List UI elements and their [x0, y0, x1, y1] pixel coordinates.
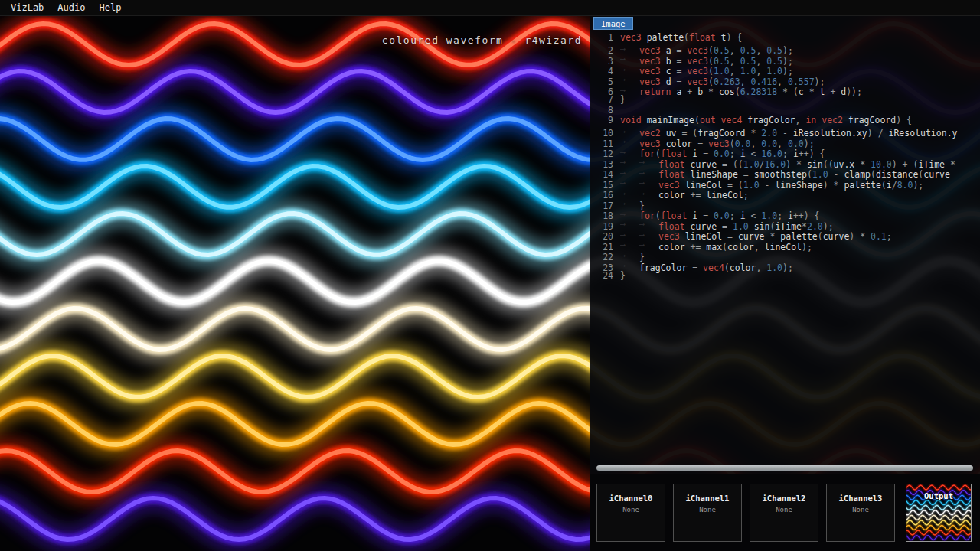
tab-indent-guide: ⟶ [620, 230, 639, 240]
menu-help[interactable]: Help [92, 2, 128, 13]
wave-8 [906, 526, 971, 530]
code-text: ⟶fragColor = vec4(color, 1.0); [620, 262, 793, 273]
tab-indent-guide: ⟶ [639, 168, 658, 178]
tab-image[interactable]: Image [593, 17, 633, 30]
output-label: Output [906, 491, 971, 500]
line-number: 7 [593, 95, 613, 106]
code-line[interactable]: 19⟶⟶float curve = 1.0-sin(iTime*2.0); [590, 219, 980, 230]
wave-3 [906, 500, 971, 505]
code-line[interactable]: 9void mainImage(out vec4 fragColor, in v… [590, 116, 980, 126]
tab-indent-guide: ⟶ [639, 178, 658, 188]
tab-indent-guide: ⟶ [620, 147, 639, 158]
tab-indent-guide: ⟶ [620, 136, 639, 147]
line-number: 24 [593, 271, 613, 282]
code-line[interactable]: 4⟶vec3 c = vec3(1.0, 1.0, 1.0); [590, 64, 980, 75]
tab-indent-guide: ⟶ [639, 219, 658, 230]
menu-bar: VizLab Audio Help [0, 0, 980, 16]
shader-title-overlay: coloured waveform - r4wizard [291, 34, 582, 46]
tab-indent-guide: ⟶ [620, 64, 639, 75]
tab-indent-guide: ⟶ [620, 240, 639, 250]
channel-strip: iChannel0 None iChannel1 None iChannel2 … [590, 474, 980, 551]
line-number: 1 [593, 33, 613, 44]
tab-indent-guide: ⟶ [639, 240, 658, 250]
menu-audio[interactable]: Audio [51, 2, 92, 13]
code-line[interactable]: 12⟶for(float i = 0.0; i < 16.0; i++) { [590, 147, 980, 158]
tab-indent-guide: ⟶ [620, 178, 639, 188]
line-number: 8 [593, 106, 613, 116]
tab-indent-guide: ⟶ [620, 157, 639, 168]
tab-indent-guide: ⟶ [620, 219, 639, 230]
wave-5 [906, 510, 971, 515]
code-line[interactable]: 21⟶⟶color += max(color, lineCol); [590, 240, 980, 250]
code-line[interactable]: 6⟶return a + b * cos(6.28318 * (c * t + … [590, 85, 980, 96]
tab-indent-guide: ⟶ [620, 126, 639, 137]
ichannel1-value: None [674, 506, 741, 514]
code-text: } [620, 270, 626, 281]
tab-indent-guide: ⟶ [639, 157, 658, 168]
line-number: 9 [593, 116, 613, 126]
code-line[interactable]: 8 [590, 106, 980, 116]
tab-indent-guide: ⟶ [620, 85, 639, 96]
code-text: void mainImage(out vec4 fragColor, in ve… [620, 115, 912, 126]
code-line[interactable]: 10⟶vec2 uv = (fragCoord * 2.0 - iResolut… [590, 126, 980, 137]
code-editor[interactable]: 1vec3 palette(float t) {2⟶vec3 a = vec3(… [590, 33, 980, 461]
ichannel3-slot[interactable]: iChannel3 None [826, 484, 895, 542]
code-line[interactable]: 1vec3 palette(float t) { [590, 33, 980, 44]
wave-4 [906, 505, 971, 510]
tab-indent-guide: ⟶ [620, 250, 639, 261]
code-line[interactable]: 14⟶⟶float lineShape = smoothstep(1.0 - c… [590, 168, 980, 178]
wave-0 [906, 485, 971, 490]
tab-indent-guide: ⟶ [620, 44, 639, 54]
code-panel: Image 1vec3 palette(float t) {2⟶vec3 a =… [590, 15, 980, 551]
tab-indent-guide: ⟶ [620, 260, 639, 271]
code-text: ⟶⟶color += max(color, lineCol); [620, 242, 812, 253]
ichannel1-label: iChannel1 [674, 494, 741, 503]
code-text: } [620, 94, 626, 105]
tab-indent-guide: ⟶ [620, 74, 639, 85]
ichannel2-value: None [750, 506, 818, 514]
code-line[interactable]: 3⟶vec3 b = vec3(0.5, 0.5, 0.5); [590, 54, 980, 64]
main-stage: coloured waveform - r4wizard Image 1vec3… [0, 15, 980, 551]
tab-indent-guide: ⟶ [620, 198, 639, 209]
output-preview[interactable]: Output [906, 484, 972, 542]
horizontal-scrollbar[interactable] [596, 465, 973, 471]
ichannel0-label: iChannel0 [597, 494, 665, 503]
code-text: ⟶return a + b * cos(6.28318 * (c * t + d… [620, 86, 862, 97]
ichannel3-value: None [827, 506, 894, 514]
tab-indent-guide: ⟶ [620, 168, 639, 178]
ichannel0-slot[interactable]: iChannel0 None [596, 484, 665, 542]
code-line[interactable]: 23⟶fragColor = vec4(color, 1.0); [590, 260, 980, 271]
code-line[interactable]: 20⟶⟶vec3 lineCol = curve * palette(curve… [590, 230, 980, 240]
tab-indent-guide: ⟶ [620, 188, 639, 199]
menu-vizlab[interactable]: VizLab [4, 2, 51, 13]
tab-indent-guide: ⟶ [620, 54, 639, 64]
ichannel0-value: None [597, 506, 665, 514]
tab-indent-guide: ⟶ [639, 230, 658, 240]
code-text: vec3 palette(float t) { [620, 33, 742, 43]
code-line[interactable]: 18⟶for(float i = 0.0; i < 1.0; i++) { [590, 209, 980, 220]
ichannel1-slot[interactable]: iChannel1 None [673, 484, 742, 542]
tab-indent-guide: ⟶ [639, 188, 658, 199]
ichannel2-slot[interactable]: iChannel2 None [750, 484, 818, 542]
wave-6 [906, 515, 971, 520]
ichannel2-label: iChannel2 [750, 494, 818, 503]
code-line[interactable]: 5⟶vec3 d = vec3(0.263, 0.416, 0.557); [590, 74, 980, 85]
tab-indent-guide: ⟶ [620, 209, 639, 220]
ichannel3-label: iChannel3 [827, 494, 894, 503]
tab-bar: Image [593, 17, 633, 30]
wave-10 [906, 536, 971, 540]
code-line[interactable]: 15⟶⟶vec3 lineCol = (1.0 - lineShape) * p… [590, 178, 980, 188]
code-line[interactable]: 13⟶⟶float curve = ((1.0/16.0) * sin((uv.… [590, 157, 980, 168]
code-line[interactable]: 2⟶vec3 a = vec3(0.5, 0.5, 0.5); [590, 44, 980, 54]
